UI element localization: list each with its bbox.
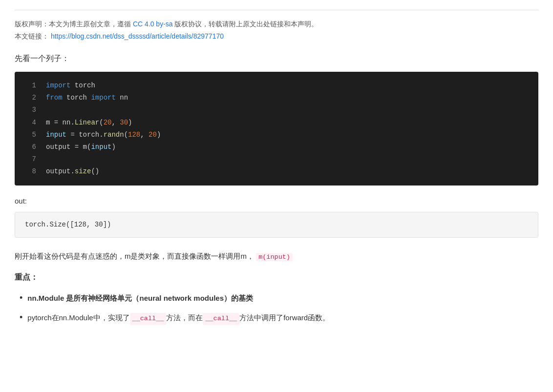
- code-line-4: 4 m = nn.Linear(20, 30): [15, 117, 538, 129]
- copyright-section: 版权声明：本文为博主原创文章，遵循 CC 4.0 by-sa 版权协议，转载请附…: [15, 18, 538, 42]
- bullet-item-1: nn.Module 是所有神经网络单元（neural network modul…: [20, 290, 538, 306]
- line-num-8: 8: [22, 165, 36, 178]
- line-num-3: 3: [22, 104, 36, 116]
- copyright-suffix: 版权协议，转载请附上原文出处链接和本声明。: [174, 20, 318, 28]
- output-box: torch.Size([128, 30]): [15, 212, 538, 237]
- top-divider: [15, 10, 538, 10]
- bullet-2-code1: __call__: [130, 313, 167, 325]
- bullet-2-code2: __call__: [203, 313, 239, 325]
- bullet-1-bold: nn.Module 是所有神经网络单元（neural network modul…: [27, 292, 253, 305]
- code-text-1: import torch: [46, 80, 95, 92]
- code-text-5: input = torch.randn(128, 20): [46, 129, 161, 141]
- bullet-2-suffix: 方法中调用了forward函数。: [239, 311, 330, 324]
- code-text-4: m = nn.Linear(20, 30): [46, 117, 132, 129]
- line-num-6: 6: [22, 141, 36, 153]
- code-line-1: 1 import torch: [15, 80, 538, 92]
- article-link-prefix: 本文链接：: [15, 32, 49, 40]
- section-intro: 先看一个列子：: [15, 52, 538, 65]
- license-link[interactable]: CC 4.0 by-sa: [133, 20, 173, 28]
- line-num-4: 4: [22, 117, 36, 129]
- line-num-2: 2: [22, 92, 36, 104]
- code-line-6: 6 output = m(input): [15, 141, 538, 153]
- copyright-line1: 版权声明：本文为博主原创文章，遵循 CC 4.0 by-sa 版权协议，转载请附…: [15, 18, 538, 30]
- code-line-7: 7: [15, 153, 538, 165]
- line-num-7: 7: [22, 153, 36, 165]
- line-num-1: 1: [22, 80, 36, 92]
- article-link[interactable]: https://blog.csdn.net/dss_dssssd/article…: [51, 32, 224, 40]
- desc-highlight: m(input): [256, 253, 293, 261]
- out-label: out:: [15, 195, 538, 207]
- code-text-7: [46, 153, 50, 165]
- code-line-5: 5 input = torch.randn(128, 20): [15, 129, 538, 141]
- code-line-8: 8 output.size(): [15, 165, 538, 178]
- code-line-3: 3: [15, 104, 538, 116]
- code-text-3: [46, 104, 50, 116]
- bullet-2-prefix: pytorch在nn.Module中，实现了: [27, 311, 129, 324]
- desc-text-before: 刚开始看这份代码是有点迷惑的，m是类对象，而直接像函数一样调用m，: [15, 252, 254, 260]
- description-text: 刚开始看这份代码是有点迷惑的，m是类对象，而直接像函数一样调用m， m(inpu…: [15, 249, 538, 263]
- output-value: torch.Size([128, 30]): [25, 221, 111, 228]
- bullet-item-2: pytorch在nn.Module中，实现了 __call__ 方法，而在 __…: [20, 310, 538, 325]
- code-text-6: output = m(input): [46, 141, 116, 153]
- line-num-5: 5: [22, 129, 36, 141]
- code-text-8: output.size(): [46, 165, 99, 178]
- code-line-2: 2 from torch import nn: [15, 92, 538, 104]
- key-points-title: 重点：: [15, 271, 538, 284]
- copyright-line2: 本文链接： https://blog.csdn.net/dss_dssssd/a…: [15, 30, 538, 42]
- code-text-2: from torch import nn: [46, 92, 128, 104]
- copyright-prefix: 版权声明：本文为博主原创文章，遵循: [15, 20, 131, 28]
- bullet-list: nn.Module 是所有神经网络单元（neural network modul…: [15, 290, 538, 326]
- bullet-2-middle: 方法，而在: [166, 311, 203, 324]
- code-block: 1 import torch 2 from torch import nn 3 …: [15, 72, 538, 186]
